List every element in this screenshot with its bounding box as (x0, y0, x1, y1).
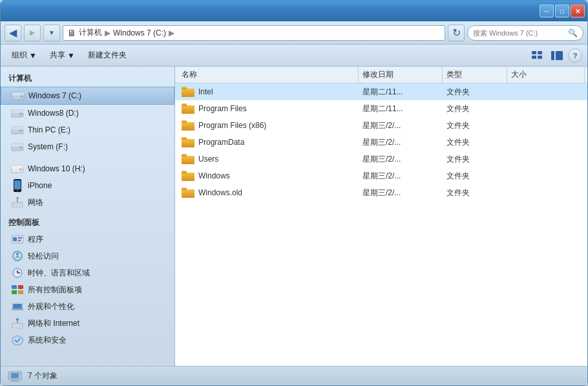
search-input[interactable] (473, 29, 565, 37)
svg-rect-4 (551, 51, 554, 60)
svg-rect-49 (11, 373, 19, 378)
svg-rect-39 (18, 285, 23, 289)
system-security-icon (11, 334, 24, 347)
hdd-h-icon (11, 164, 24, 174)
sidebar-label-windows10-h: Windows 10 (H:) (28, 164, 85, 173)
path-computer[interactable]: 计算机 (79, 27, 102, 38)
file-list: Intel 星期二/11... 文件夹 Program Files 星期二/11… (175, 83, 587, 366)
drive-c-icon (12, 89, 25, 102)
sidebar-item-windows7-c[interactable]: Windows 7 (C:) (1, 87, 174, 105)
folder-icon (182, 120, 194, 131)
explorer-window: ─ □ ✕ ◀ ▶ ▼ 🖥 计算机 ▶ Windows 7 (C:) ▶ ↻ 🔍… (0, 0, 588, 386)
sidebar-item-network[interactable]: 网络 (1, 194, 174, 211)
file-name: Users (198, 155, 218, 164)
svg-point-8 (20, 95, 23, 98)
sidebar-item-all-control[interactable]: 所有控制面板项 (1, 281, 174, 298)
refresh-button[interactable]: ↻ (448, 25, 465, 41)
sidebar-label-windows7-c: Windows 7 (C:) (28, 91, 81, 100)
svg-rect-40 (12, 290, 17, 294)
sidebar-item-system-f[interactable]: System (F:) (1, 138, 174, 155)
col-header-date[interactable]: 修改日期 (359, 67, 443, 83)
sidebar-item-programs[interactable]: 程序 (1, 231, 174, 248)
close-button[interactable]: ✕ (571, 5, 585, 17)
svg-point-14 (19, 129, 22, 132)
sidebar-label-easy-access: 轻松访问 (28, 251, 59, 262)
table-row[interactable]: Program Files 星期二/11... 文件夹 (175, 100, 587, 117)
dropdown-button[interactable]: ▼ (43, 25, 60, 41)
sidebar-item-thin-pc-e[interactable]: Thin PC (E:) (1, 122, 174, 138)
drive-e-icon (11, 123, 24, 136)
programs-icon-svg (11, 234, 24, 244)
title-bar: ─ □ ✕ (1, 1, 587, 21)
table-row[interactable]: Windows 星期三/2/... 文件夹 (175, 167, 587, 184)
help-label: ? (573, 52, 578, 59)
hdd-icon (12, 91, 25, 101)
svg-point-20 (19, 168, 22, 171)
table-row[interactable]: Users 星期三/2/... 文件夹 (175, 151, 587, 167)
svg-rect-2 (532, 56, 536, 59)
back-button[interactable]: ◀ (5, 25, 21, 41)
svg-rect-51 (10, 381, 19, 382)
search-icon: 🔍 (568, 28, 578, 38)
pane-btn[interactable] (549, 47, 565, 64)
sidebar-item-network-internet[interactable]: 网络和 Internet (1, 315, 174, 332)
hdd-e-icon (11, 125, 24, 135)
clock-icon-svg (11, 268, 24, 278)
new-folder-label: 新建文件夹 (88, 50, 127, 61)
table-row[interactable]: Windows.old 星期三/2/... 文件夹 (175, 184, 587, 201)
organize-button[interactable]: 组织 ▼ (6, 47, 43, 64)
file-date-cell: 星期三/2/... (359, 171, 443, 182)
sidebar-item-windows8-d[interactable]: Windows8 (D:) (1, 105, 174, 122)
sidebar-item-iphone[interactable]: iPhone (1, 177, 174, 194)
folder-icon (182, 171, 194, 181)
sidebar-item-system-security[interactable]: 系统和安全 (1, 332, 174, 348)
content-area: 计算机 Windows 7 (C:) (1, 67, 587, 366)
forward-button[interactable]: ▶ (24, 25, 41, 41)
file-type-cell: 文件夹 (443, 120, 507, 131)
search-box[interactable]: 🔍 (467, 25, 583, 41)
new-folder-button[interactable]: 新建文件夹 (82, 47, 132, 64)
sidebar-label-windows8-d: Windows8 (D:) (28, 109, 79, 118)
svg-rect-24 (12, 202, 23, 208)
file-type-cell: 文件夹 (443, 137, 507, 148)
path-drive[interactable]: Windows 7 (C:) (113, 28, 166, 38)
col-header-size[interactable]: 大小 (507, 67, 585, 83)
file-name-cell: Users (178, 154, 359, 164)
svg-rect-29 (18, 237, 22, 239)
table-row[interactable]: Intel 星期二/11... 文件夹 (175, 83, 587, 100)
folder-icon (182, 87, 194, 97)
file-type-cell: 文件夹 (443, 87, 507, 98)
sidebar-item-appearance[interactable]: 外观和个性化 (1, 298, 174, 315)
view-icon-btn[interactable] (529, 47, 546, 64)
share-button[interactable]: 共享 ▼ (44, 47, 81, 64)
hdd-f-icon (11, 142, 24, 152)
path-sep-2: ▶ (169, 28, 174, 38)
all-control-icon (11, 283, 24, 296)
organize-dropdown: ▼ (29, 51, 37, 60)
minimize-button[interactable]: ─ (540, 5, 554, 17)
maximize-button[interactable]: □ (555, 5, 569, 17)
svg-rect-5 (556, 51, 563, 60)
address-path[interactable]: 🖥 计算机 ▶ Windows 7 (C:) ▶ (63, 25, 445, 41)
sidebar-item-clock-lang[interactable]: 时钟、语言和区域 (1, 264, 174, 281)
address-bar: ◀ ▶ ▼ 🖥 计算机 ▶ Windows 7 (C:) ▶ ↻ 🔍 (1, 21, 587, 45)
toolbar-right: ? (529, 47, 582, 64)
svg-rect-38 (12, 285, 17, 289)
status-count: 7 个对象 (28, 370, 58, 381)
svg-point-47 (16, 318, 19, 321)
sidebar-label-clock: 时钟、语言和区域 (28, 268, 90, 279)
toolbar: 组织 ▼ 共享 ▼ 新建文件夹 (1, 45, 587, 67)
file-list-header: 名称 修改日期 类型 大小 (175, 67, 587, 83)
table-row[interactable]: ProgramData 星期三/2/... 文件夹 (175, 134, 587, 151)
sidebar-item-easy-access[interactable]: 轻松访问 (1, 248, 174, 264)
col-header-type[interactable]: 类型 (443, 67, 507, 83)
col-header-name[interactable]: 名称 (178, 67, 359, 83)
svg-point-17 (19, 146, 22, 149)
sidebar-section-control-panel: 控制面板 (1, 213, 174, 231)
table-row[interactable]: Program Files (x86) 星期三/2/... 文件夹 (175, 117, 587, 134)
all-control-icon-svg (11, 284, 24, 295)
help-button[interactable]: ? (568, 48, 582, 63)
appearance-icon-svg (11, 301, 24, 312)
sidebar-item-windows10-h[interactable]: Windows 10 (H:) (1, 160, 174, 177)
file-date-cell: 星期三/2/... (359, 154, 443, 165)
